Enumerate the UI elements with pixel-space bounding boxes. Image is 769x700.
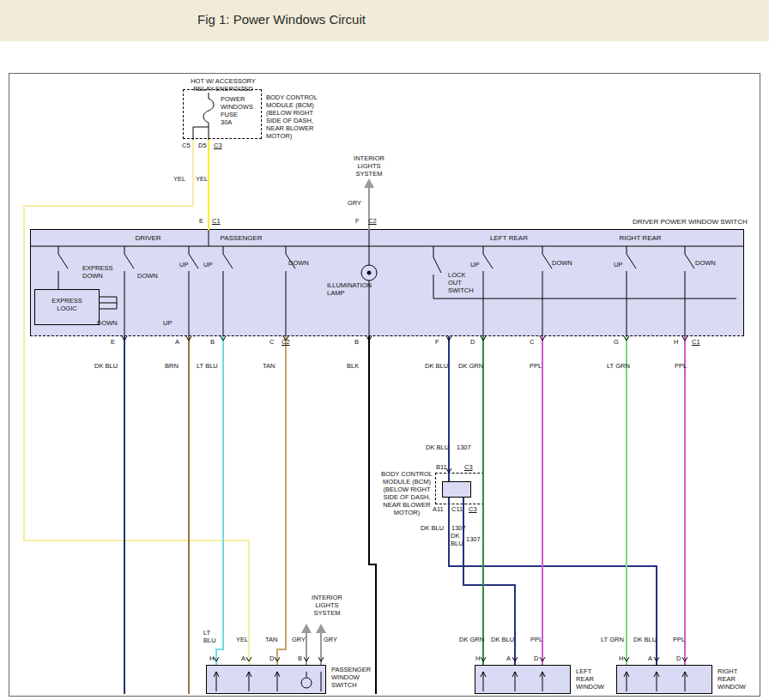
wire-label-yel-1: YEL xyxy=(173,175,185,183)
wire-label-dkblu-c11: DK BLU xyxy=(451,532,463,547)
fuse-symbol xyxy=(193,93,214,140)
wire-label-tan-bottom: TAN xyxy=(265,636,277,643)
section-label-passenger: PASSENGER xyxy=(216,234,266,243)
passenger-switch-label: PASSENGER WINDOW SWITCH xyxy=(331,666,371,689)
fuse-name-label: POWER WINDOWS FUSE 30A xyxy=(221,95,253,126)
interior-lights-label-top: INTERIOR LIGHTS SYSTEM xyxy=(347,154,391,178)
driver-switch-title: DRIVER POWER WINDOW SWITCH xyxy=(633,218,748,226)
pin-label-e: E xyxy=(111,338,115,346)
pin-label-c5: C5 xyxy=(182,142,191,149)
bcm-pin-stubs xyxy=(449,473,463,504)
up-label-right-rear: UP xyxy=(614,261,622,269)
passenger-lamp-symbol xyxy=(301,678,312,688)
pin-label-b-pass: B xyxy=(298,655,302,662)
pin-label-f-row: F xyxy=(435,338,439,346)
pin-label-d-pass: D xyxy=(269,655,274,662)
wire-label-dkgrn-bottom: DK GRN xyxy=(459,636,484,643)
wire-label-dkblu-f: DK BLU xyxy=(425,362,448,370)
interior-lights-arrow-bottom-1-icon xyxy=(301,624,312,633)
connector-label-c1-row: C1 xyxy=(692,338,700,346)
connector-arrows-bottom xyxy=(214,657,687,661)
fuse-header-label: HOT W/ ACCESSORY RELAY ENERGIZED xyxy=(175,77,271,93)
interior-lights-arrow-top-icon xyxy=(364,178,374,188)
section-label-right-rear: RIGHT REAR xyxy=(617,234,663,243)
connector-label-c2-top: C2 xyxy=(368,217,377,225)
bcm-location-note-mid: BODY CONTROL MODULE (BCM) (BELOW RIGHT S… xyxy=(380,470,433,516)
lockout-switch-symbol xyxy=(433,246,736,299)
wire-label-yel-bottom: YEL xyxy=(236,636,248,643)
wire-label-dkblu-a11: DK BLU xyxy=(421,524,444,532)
up-label-passenger: UP xyxy=(203,261,212,269)
down-label-driver: DOWN xyxy=(137,272,158,280)
wire-label-ppl-rr: PPL xyxy=(673,636,685,643)
wire-ltblu-b xyxy=(216,336,223,665)
wire-label-blk: BLK xyxy=(347,362,359,370)
pin-label-b1: B xyxy=(210,338,215,346)
pin-label-h: H xyxy=(674,338,678,346)
lockout-switch-label: LOCK OUT SWITCH xyxy=(448,271,474,294)
wire-label-ppl-lr: PPL xyxy=(530,636,542,643)
wire-label-gry-top: GRY xyxy=(348,199,361,207)
left-rear-switch-label: LEFT REAR WINDOW xyxy=(576,667,604,691)
pin-label-d5: D5 xyxy=(198,142,207,149)
wire-label-dkblu-lr: DK BLU xyxy=(491,636,514,643)
wire-label-yel-2: YEL xyxy=(196,175,208,183)
illumination-lamp-dot xyxy=(367,271,371,275)
pin-label-c-2: C xyxy=(530,338,534,346)
down-label-passenger: DOWN xyxy=(288,259,309,267)
wire-label-dkgrn: DK GRN xyxy=(458,362,483,370)
wire-label-ltgrn-bottom: LT GRN xyxy=(601,636,624,643)
pin-label-c11: C11 xyxy=(451,505,463,513)
connector-label-c3-bcm-bottom: C3 xyxy=(469,505,477,513)
wire-label-ltgrn: LT GRN xyxy=(607,362,630,370)
wire-label-tan: TAN xyxy=(263,362,275,370)
pin-label-a11: A11 xyxy=(433,505,444,513)
pin-label-d: D xyxy=(470,338,475,346)
pin-label-b2: B xyxy=(354,338,359,346)
bcm-location-note-top: BODY CONTROL MODULE (BCM) (BELOW RIGHT S… xyxy=(266,94,318,140)
connector-label-c2-row: C2 xyxy=(282,338,290,346)
section-label-driver: DRIVER xyxy=(129,234,167,243)
wire-label-dkblu-e: DK BLU xyxy=(94,362,118,370)
pin-label-b11: B11 xyxy=(436,463,447,471)
connector-label-c3-bcm-top: C3 xyxy=(464,463,473,471)
circuit-label-1307-c11: 1307 xyxy=(466,535,481,543)
wire-tan-c xyxy=(277,336,286,665)
bottom-box-pin-symbols xyxy=(214,672,687,691)
page: { "title": "Fig 1: Power Windows Circuit… xyxy=(0,0,769,700)
right-rear-switch-label: RIGHT REAR WINDOW xyxy=(718,667,746,691)
wiring-lines-layer xyxy=(0,0,769,700)
pin-label-g: G xyxy=(614,338,619,346)
pin-label-a: A xyxy=(175,338,179,346)
up-label-bottom: UP xyxy=(163,319,172,327)
express-down-label: EXPRESS DOWN xyxy=(82,264,112,280)
pin-label-h-pass: H xyxy=(209,655,214,662)
wire-label-ppl-c: PPL xyxy=(530,362,542,370)
pin-label-a-lr: A xyxy=(506,655,511,662)
express-switch-symbol xyxy=(58,246,68,289)
down-label-left-rear: DOWN xyxy=(552,259,572,267)
illumination-lamp-label: ILLUMINATION LAMP xyxy=(327,281,372,297)
express-logic-label: EXPRESS LOGIC xyxy=(36,297,98,312)
pin-label-h-lr: H xyxy=(475,655,480,662)
window-switch-symbols xyxy=(124,246,694,336)
circuit-label-1307-in: 1307 xyxy=(457,444,471,451)
connector-label-c1-top: C1 xyxy=(212,217,221,225)
up-label-left-rear: UP xyxy=(470,261,479,269)
up-label-driver: UP xyxy=(179,261,188,269)
pin-label-e-top: E xyxy=(199,217,203,225)
express-logic-leads xyxy=(100,297,117,309)
wire-label-brn: BRN xyxy=(165,362,179,370)
down-label-bottom: DOWN xyxy=(97,319,118,327)
connector-arrows-top xyxy=(122,336,687,341)
section-label-left-rear: LEFT REAR xyxy=(487,234,530,243)
wire-blk-b xyxy=(369,336,376,694)
pin-label-a-pass: A xyxy=(241,655,245,662)
down-label-right-rear: DOWN xyxy=(695,259,716,267)
wire-label-ppl-h: PPL xyxy=(675,362,687,370)
pin-label-c: C xyxy=(269,338,274,346)
wire-label-dkblu-rr: DK BLU xyxy=(633,636,657,643)
wire-label-ltblu-bottom: LT BLU xyxy=(203,629,216,644)
pin-label-a-rr: A xyxy=(648,655,652,662)
wire-label-dkblu-bcm-in: DK BLU xyxy=(426,444,449,451)
